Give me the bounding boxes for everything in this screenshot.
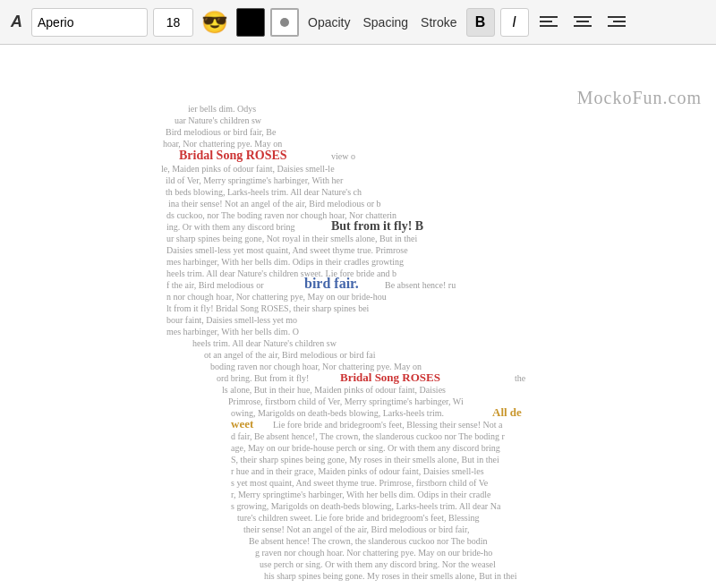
- svg-text:ds cuckoo, nor The boding rave: ds cuckoo, nor The boding raven nor chou…: [166, 210, 396, 220]
- svg-text:their sense! Not an angel of t: their sense! Not an angel of the air, Bi…: [243, 524, 469, 534]
- svg-text:Primrose, firstborn child of V: Primrose, firstborn child of Ver, Merry …: [228, 396, 464, 406]
- svg-rect-7: [613, 21, 626, 22]
- svg-text:s growing, Marigolds on death-: s growing, Marigolds on death-beds blowi…: [231, 501, 501, 511]
- svg-text:d fair, Be absent hence!, The : d fair, Be absent hence!, The crown, the…: [231, 431, 505, 441]
- svg-rect-6: [608, 16, 626, 18]
- font-name-input[interactable]: [31, 8, 148, 37]
- svg-text:ing. Or with them any discord : ing. Or with them any discord bring: [166, 222, 295, 232]
- align-left-icon: [540, 14, 558, 30]
- text-art: .t { font-family: Georgia, serif; fill: …: [0, 45, 716, 588]
- font-type-icon: A: [7, 13, 26, 31]
- svg-text:ur sharp spines being gone, No: ur sharp spines being gone, Not royal in…: [166, 234, 417, 243]
- svg-rect-2: [540, 25, 558, 27]
- svg-text:r hue and in their grace, Maid: r hue and in their grace, Maiden pinks o…: [231, 466, 484, 476]
- svg-text:boding raven nor chough hoar, : boding raven nor chough hoar, Nor chatte…: [210, 362, 422, 371]
- spacing-label: Spacing: [359, 15, 412, 30]
- svg-text:ls alone, But in their hue, Ma: ls alone, But in their hue, Maiden pinks…: [222, 385, 446, 395]
- svg-rect-5: [574, 25, 592, 27]
- svg-text:Be absent hence! The crown, th: Be absent hence! The crown, the slandero…: [249, 536, 488, 546]
- canvas-area[interactable]: MockoFun.com .t { font-family: Georgia, …: [0, 45, 716, 588]
- svg-rect-3: [574, 16, 592, 18]
- svg-text:s yet most quaint, And sweet t: s yet most quaint, And sweet thyme true.…: [231, 478, 489, 488]
- bold-button[interactable]: B: [466, 8, 495, 37]
- svg-text:ier bells dim. Odys: ier bells dim. Odys: [188, 104, 256, 114]
- svg-text:mes harbinger, With her bells : mes harbinger, With her bells dim. O: [166, 327, 299, 337]
- svg-text:n nor chough hoar, Nor chatter: n nor chough hoar, Nor chattering pye, M…: [166, 292, 387, 302]
- svg-text:Bridal Song ROSES: Bridal Song ROSES: [179, 149, 287, 162]
- emoji-button[interactable]: 😎: [199, 6, 231, 38]
- svg-rect-1: [540, 21, 552, 22]
- svg-text:Lie fore bride and bridegroom': Lie fore bride and bridegroom's feet, Bl…: [273, 420, 503, 430]
- svg-text:ture's children sweet. Lie for: ture's children sweet. Lie fore bride an…: [237, 513, 479, 523]
- italic-icon: I: [512, 14, 516, 30]
- svg-text:But from it fly! B: But from it fly! B: [331, 219, 423, 233]
- svg-rect-4: [576, 21, 589, 22]
- align-center-button[interactable]: [568, 8, 597, 37]
- align-right-button[interactable]: [602, 8, 631, 37]
- svg-text:hoar, Nor chattering pye. May : hoar, Nor chattering pye. May on: [163, 139, 282, 149]
- font-size-input[interactable]: [153, 8, 193, 37]
- svg-text:Be absent hence! ru: Be absent hence! ru: [385, 280, 456, 290]
- svg-text:ild of Ver, Merry springtime's: ild of Ver, Merry springtime's harbinger…: [166, 175, 344, 185]
- toolbar: A 😎 Opacity Spacing Stroke B I: [0, 0, 716, 45]
- color-black-swatch[interactable]: [236, 8, 265, 37]
- svg-text:Bird melodious or bird fair, B: Bird melodious or bird fair, Be: [166, 127, 277, 137]
- svg-text:f the air, Bird melodious or: f the air, Bird melodious or: [166, 280, 264, 290]
- svg-text:ot an angel of the air, Bird m: ot an angel of the air, Bird melodious o…: [204, 350, 376, 360]
- svg-text:age, May on our bride-house pe: age, May on our bride-house perch or sin…: [231, 443, 500, 453]
- svg-text:heels trim. All dear Nature's : heels trim. All dear Nature's children s…: [166, 268, 396, 278]
- svg-text:bour faint, Daisies smell-less: bour faint, Daisies smell-less yet mo: [166, 315, 297, 325]
- color-white-swatch[interactable]: [270, 8, 299, 37]
- svg-text:Daisies smell-less yet most qu: Daisies smell-less yet most quaint, And …: [166, 245, 408, 255]
- svg-rect-8: [608, 25, 626, 27]
- svg-text:le, Maiden pinks of odour fain: le, Maiden pinks of odour faint, Daisies…: [161, 164, 335, 174]
- stroke-label: Stroke: [417, 15, 460, 30]
- svg-text:th beds blowing, Larks-heels t: th beds blowing, Larks-heels trim. All d…: [166, 187, 362, 197]
- svg-text:his sharp spines being gone. M: his sharp spines being gone. My roses in…: [264, 571, 517, 581]
- align-center-icon: [574, 14, 592, 30]
- svg-text:Bridal Song ROSES: Bridal Song ROSES: [340, 371, 440, 384]
- svg-text:use perch or sing. Or with the: use perch or sing. Or with them any disc…: [260, 559, 496, 569]
- svg-text:ina their sense! Not an angel : ina their sense! Not an angel of the air…: [168, 199, 381, 209]
- svg-text:owing, Marigolds on death-beds: owing, Marigolds on death-beds blowing, …: [231, 408, 444, 418]
- bold-icon: B: [475, 14, 486, 30]
- svg-text:weet: weet: [231, 417, 254, 430]
- svg-text:bird fair.: bird fair.: [304, 276, 359, 291]
- svg-text:view o: view o: [331, 151, 355, 161]
- svg-text:g raven nor chough hoar. Nor c: g raven nor chough hoar. Nor chattering …: [255, 548, 492, 558]
- align-left-button[interactable]: [534, 8, 563, 37]
- svg-text:the: the: [515, 373, 526, 383]
- svg-text:r, Merry springtime's harbinge: r, Merry springtime's harbinger, With he…: [231, 490, 491, 499]
- svg-rect-0: [540, 16, 558, 18]
- watermark: MockoFun.com: [577, 88, 702, 108]
- opacity-label: Opacity: [304, 15, 354, 30]
- italic-button[interactable]: I: [500, 8, 529, 37]
- svg-text:All de: All de: [492, 405, 522, 419]
- svg-text:mes harbinger, With her bells : mes harbinger, With her bells dim. Odips…: [166, 257, 404, 267]
- svg-text:lt from it fly! Bridal Song RO: lt from it fly! Bridal Song ROSES, their…: [166, 303, 370, 313]
- svg-text:heels trim. All dear Nature's : heels trim. All dear Nature's children s…: [192, 338, 337, 348]
- svg-text:uar Nature's children sw: uar Nature's children sw: [175, 115, 262, 125]
- svg-text:ord bring. But from it fly!: ord bring. But from it fly!: [217, 373, 309, 383]
- svg-text:S, their sharp spines being go: S, their sharp spines being gone, My ros…: [231, 455, 499, 464]
- align-right-icon: [608, 14, 626, 30]
